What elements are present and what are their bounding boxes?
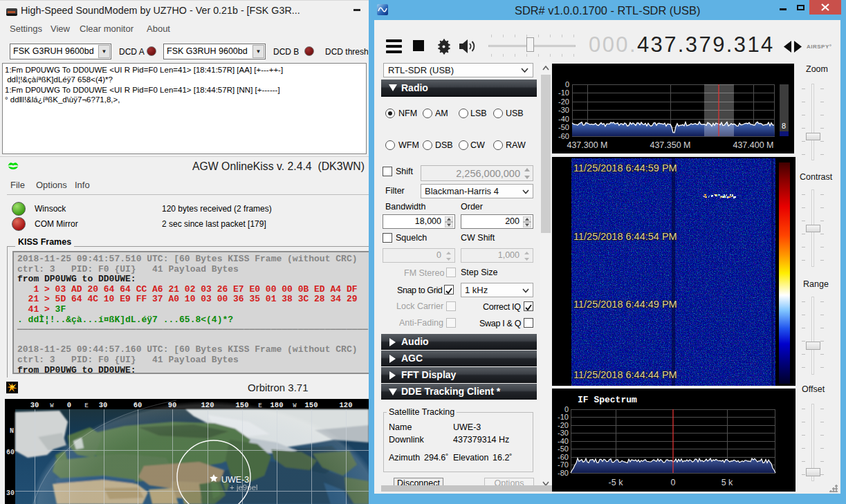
svg-text:150: 150 bbox=[236, 401, 249, 409]
svg-text:-5 k: -5 k bbox=[609, 478, 624, 487]
svg-text:-80: -80 bbox=[558, 469, 569, 477]
svg-text:+ je9pel: + je9pel bbox=[230, 483, 258, 492]
svg-text:-50: -50 bbox=[558, 123, 569, 131]
svg-text:N: N bbox=[10, 427, 14, 435]
svg-text:-30: -30 bbox=[558, 106, 569, 114]
svg-text:5 k: 5 k bbox=[721, 478, 733, 487]
svg-text:-10: -10 bbox=[558, 88, 569, 97]
svg-text:30: 30 bbox=[99, 401, 108, 409]
svg-text:30: 30 bbox=[6, 489, 15, 497]
svg-text:W: W bbox=[50, 402, 54, 409]
svg-text:30: 30 bbox=[30, 401, 39, 409]
svg-text:11/25/2018 6:44:59 PM: 11/25/2018 6:44:59 PM bbox=[573, 162, 677, 174]
svg-text:-10: -10 bbox=[558, 413, 569, 421]
svg-text:120: 120 bbox=[201, 401, 214, 409]
svg-text:90: 90 bbox=[168, 401, 177, 409]
svg-text:60: 60 bbox=[134, 401, 142, 409]
svg-text:IF Spectrum: IF Spectrum bbox=[578, 395, 637, 405]
svg-text:-70: -70 bbox=[558, 460, 569, 469]
svg-text:437.400 M: 437.400 M bbox=[733, 140, 773, 150]
svg-text:120: 120 bbox=[340, 401, 353, 409]
svg-text:E: E bbox=[84, 402, 89, 409]
svg-text:437.300 M: 437.300 M bbox=[567, 140, 607, 150]
svg-text:180: 180 bbox=[270, 401, 284, 409]
svg-text:-20: -20 bbox=[558, 97, 569, 106]
svg-text:-40: -40 bbox=[558, 115, 569, 123]
svg-text:E: E bbox=[258, 402, 262, 409]
svg-text:11/25/2018 6:44:54 PM: 11/25/2018 6:44:54 PM bbox=[573, 231, 677, 242]
svg-text:W: W bbox=[293, 402, 297, 409]
svg-text:0: 0 bbox=[671, 478, 676, 487]
svg-text:8: 8 bbox=[782, 122, 786, 130]
svg-text:437.350 M: 437.350 M bbox=[650, 140, 690, 150]
svg-text:0: 0 bbox=[67, 401, 71, 409]
svg-text:-30: -30 bbox=[558, 429, 569, 437]
svg-text:11/25/2018 6:44:49 PM: 11/25/2018 6:44:49 PM bbox=[573, 299, 677, 310]
svg-text:60: 60 bbox=[6, 449, 15, 456]
svg-text:-50: -50 bbox=[558, 445, 569, 453]
svg-text:0: 0 bbox=[565, 80, 569, 88]
svg-text:150: 150 bbox=[305, 401, 318, 409]
svg-text:11/25/2018 6:44:44 PM: 11/25/2018 6:44:44 PM bbox=[573, 369, 677, 380]
svg-text:-60: -60 bbox=[558, 132, 569, 140]
